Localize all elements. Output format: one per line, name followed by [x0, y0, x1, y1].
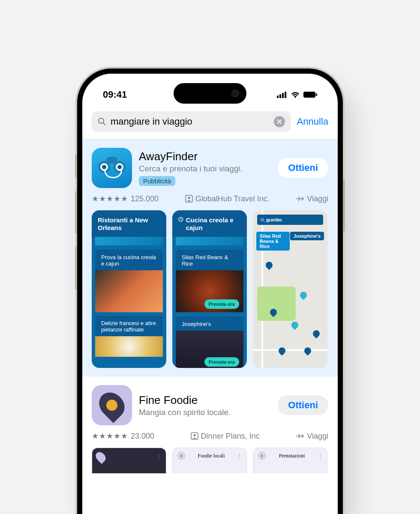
screenshot-1: Ristoranti a New Orleans Prova la cucina…	[92, 210, 166, 368]
sponsored-result[interactable]: AwayFinder Cerca e prenota i tuoi viaggi…	[82, 139, 338, 377]
screenshot-3: ‹ Prenotazioni ⋮	[253, 448, 327, 473]
svg-rect-4	[303, 92, 315, 98]
screenshot-2: Cucina creola e cajun Silas Red Beans & …	[172, 210, 247, 368]
back-icon: ‹	[177, 451, 186, 460]
food-image-shrimp	[95, 270, 163, 312]
get-button[interactable]: Ottieni	[278, 158, 328, 178]
shot2-item1: Silas Red Beans & Rice	[176, 250, 243, 270]
search-input[interactable]: mangiare in viaggio	[92, 111, 291, 132]
category-label: Viaggi	[307, 194, 328, 203]
shot2-title: Cucina creola e cajun	[186, 216, 241, 232]
map-search: gumbo	[266, 217, 282, 222]
organic-result[interactable]: Fine Foodie Mangia con spirito locale. O…	[82, 377, 338, 473]
svg-rect-5	[316, 93, 317, 96]
cancel-button[interactable]: Annulla	[297, 116, 328, 127]
status-time: 09:41	[103, 89, 127, 100]
star-rating-icon: ★★★★★	[92, 431, 128, 441]
screenshots-row[interactable]: Ristoranti a New Orleans Prova la cucina…	[92, 210, 328, 368]
svg-point-6	[99, 118, 104, 123]
screenshot-1: ⋮	[92, 448, 166, 473]
search-icon	[98, 117, 106, 126]
screen: 09:41 mangiare in viaggio Annulla	[82, 74, 338, 514]
volume-down	[75, 247, 77, 290]
svg-point-11	[261, 218, 264, 221]
food-image-skillet: Prenota ora	[176, 270, 243, 312]
clear-search-button[interactable]	[274, 116, 285, 127]
developer-name: Dinner Plans, Inc	[201, 432, 260, 441]
app-meta-row: ★★★★★ 125.000 GlobalHub Travel Inc. Viag…	[92, 194, 328, 203]
binoculars-icon	[97, 157, 126, 179]
svg-line-7	[103, 123, 105, 125]
status-icons	[277, 91, 317, 98]
svg-rect-0	[277, 96, 279, 98]
app-icon-awayfinder	[92, 148, 132, 188]
cellular-icon	[277, 91, 287, 98]
svg-point-9	[188, 197, 190, 199]
svg-rect-2	[282, 93, 284, 98]
phone-frame: 09:41 mangiare in viaggio Annulla	[77, 69, 343, 514]
side-button	[75, 154, 77, 178]
category-label: Viaggi	[307, 432, 328, 441]
food-image-cocktail: Prenota ora	[176, 331, 243, 368]
shot1-title: Ristoranti a New Orleans	[92, 210, 166, 237]
app-title: AwayFinder	[139, 150, 271, 163]
tab-label: Foodie locali	[198, 453, 225, 459]
power-button	[343, 180, 345, 231]
svg-rect-3	[285, 92, 286, 98]
developer-icon	[191, 432, 198, 440]
battery-icon	[303, 91, 317, 98]
screenshots-row-2[interactable]: ⋮ ‹ Foodie locali ⋮ ‹ Prenotazioni ⋮	[92, 448, 328, 473]
ratings-count: 23.000	[131, 432, 154, 441]
ratings-count: 125.000	[131, 194, 159, 203]
search-row: mangiare in viaggio Annulla	[82, 105, 338, 139]
tab-label: Prenotazioni	[279, 453, 305, 459]
search-icon	[261, 218, 265, 222]
ad-badge: Pubblicità	[139, 176, 175, 186]
developer-name: GlobalHub Travel Inc.	[195, 194, 270, 203]
foodie-pin-icon	[94, 387, 129, 423]
svg-point-14	[193, 434, 195, 436]
dynamic-island	[174, 83, 246, 104]
plane-icon	[296, 433, 304, 439]
foodie-logo-icon	[94, 450, 108, 464]
screenshot-2: ‹ Foodie locali ⋮	[172, 448, 247, 473]
screenshot-3-map: gumbo Silas Red Beans & Rice Josephine's	[253, 210, 327, 368]
book-button-2: Prenota ora	[204, 357, 239, 367]
svg-line-12	[264, 221, 265, 222]
get-button[interactable]: Ottieni	[278, 395, 328, 415]
volume-up	[75, 191, 77, 234]
back-icon: ‹	[258, 451, 266, 460]
svg-rect-1	[279, 94, 281, 98]
map-pin-label-2: Josephine's	[290, 232, 324, 240]
shot1-sub2: Delizie francesi e altre pietanze raffin…	[95, 316, 163, 336]
clock-icon	[178, 216, 183, 222]
search-query: mangiare in viaggio	[111, 116, 192, 127]
app-subtitle: Mangia con spirito locale.	[139, 408, 271, 417]
shot2-item2: Josephine's	[176, 317, 243, 331]
close-icon	[277, 119, 282, 124]
star-rating-icon: ★★★★★	[92, 194, 128, 203]
food-image-plate	[95, 336, 163, 357]
developer-icon	[185, 195, 193, 203]
app-meta-row: ★★★★★ 23.000 Dinner Plans, Inc Viaggi	[92, 431, 328, 441]
app-subtitle: Cerca e prenota i tuoi viaggi.	[139, 164, 271, 173]
plane-icon	[296, 195, 304, 202]
app-icon-finefoodie	[92, 385, 132, 425]
map-pin-label-1: Silas Red Beans & Rice	[256, 232, 290, 251]
app-title: Fine Foodie	[139, 394, 271, 407]
shot1-sub1: Prova la cucina creola e cajun	[95, 250, 163, 270]
wifi-icon	[291, 91, 300, 98]
book-button-1: Prenota ora	[204, 299, 239, 309]
